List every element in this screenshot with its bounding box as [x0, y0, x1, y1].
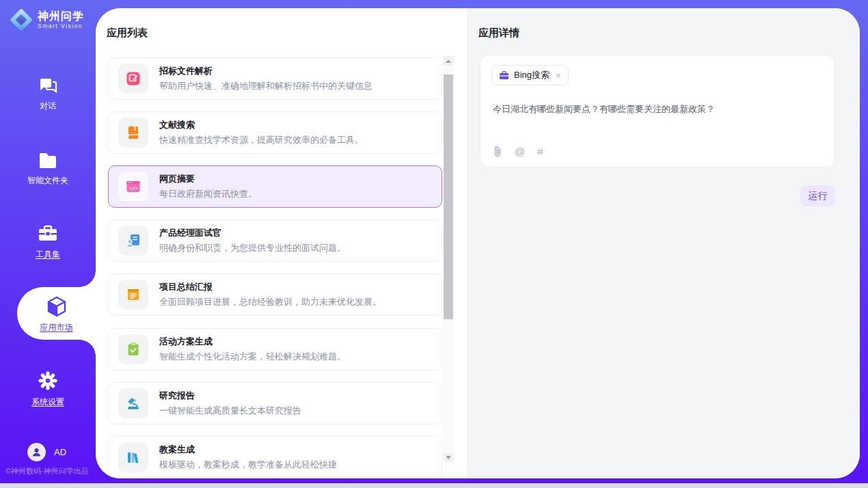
app-card-literature-search[interactable]: 文献搜索 快速精准查找学术资源，提高研究效率的必备工具。 — [108, 111, 442, 154]
tool-chip-bing-search[interactable]: Bing搜索 × — [491, 65, 569, 85]
app-card-desc: 帮助用户快速、准确地理解和解析招标书中的关键信息 — [159, 80, 372, 92]
folder-icon — [0, 152, 96, 170]
chat-icon — [0, 77, 96, 95]
paperclip-icon[interactable] — [493, 146, 502, 157]
app-card-title: 研究报告 — [159, 390, 301, 402]
svg-text:</>: </> — [129, 186, 138, 191]
scrollbar-up-arrow[interactable] — [443, 56, 454, 66]
app-card-lesson-plan[interactable]: 教案生成 模板驱动，教案秒成，教学准备从此轻松快捷 — [108, 436, 442, 478]
run-button[interactable]: 运行 — [800, 185, 835, 206]
attachment-toolbar: @ # — [493, 146, 543, 157]
main-content: 应用列表 招标文件解析 帮助用户快速、准确地理解和解析招标书中的关键信息 — [96, 8, 860, 478]
sidebar-item-label: 工具集 — [0, 249, 96, 260]
bottom-strip — [0, 483, 868, 488]
app-list-scrollbar[interactable] — [443, 56, 454, 462]
scrollbar-down-arrow[interactable] — [443, 452, 454, 462]
user-avatar-icon — [27, 443, 46, 461]
sidebar-item-label: 系统设置 — [0, 396, 96, 408]
app-card-research-report[interactable]: 研究报告 一键智能生成高质量长文本研究报告 — [108, 382, 442, 424]
active-bubble-join-bottom — [79, 340, 96, 356]
cube-icon — [17, 287, 96, 318]
sidebar: 神州问学 Smart Vision 对话 智能文件夹 — [0, 0, 96, 488]
app-card-desc: 明确身份和职责，为您提供专业性的面试问题。 — [159, 242, 346, 254]
user-account[interactable]: AD — [27, 443, 66, 461]
app-window: 神州问学 Smart Vision 对话 智能文件夹 — [0, 0, 868, 488]
sidebar-item-label: 对话 — [0, 100, 96, 112]
gear-icon — [0, 370, 96, 391]
app-card-title: 教案生成 — [159, 444, 337, 456]
app-card-title: 网页摘要 — [159, 173, 257, 185]
clipboard-check-icon — [118, 334, 148, 364]
sidebar-item-label: 智能文件夹 — [0, 175, 96, 187]
brand-diamond-icon — [10, 8, 33, 31]
app-list-panel: 应用列表 招标文件解析 帮助用户快速、准确地理解和解析招标书中的关键信息 — [96, 8, 467, 478]
query-input[interactable]: 今日湖北有哪些新闻要点？有哪些需要关注的最新政策？ — [493, 103, 821, 116]
toolbox-icon — [0, 224, 96, 243]
scrollbar-thumb[interactable] — [444, 74, 453, 319]
sidebar-item-smart-folder[interactable]: 智能文件夹 — [0, 152, 96, 187]
sidebar-item-chat[interactable]: 对话 — [0, 77, 96, 112]
briefcase-icon — [499, 71, 509, 80]
hash-icon[interactable]: # — [537, 146, 543, 157]
active-bubble-join-top — [79, 271, 96, 287]
app-list-title: 应用列表 — [107, 27, 148, 40]
sidebar-item-app-market[interactable]: 应用市场 — [17, 287, 96, 340]
person-doc-icon — [118, 226, 148, 256]
app-card-project-summary[interactable]: 项目总结汇报 全面回顾项目进展，总结经验教训，助力未来优化发展。 — [108, 273, 442, 316]
pen-square-icon — [118, 64, 148, 94]
user-name: AD — [54, 447, 66, 457]
app-card-title: 活动方案生成 — [159, 336, 346, 348]
browser-code-icon: </> — [118, 172, 148, 202]
brand-logo: 神州问学 Smart Vision — [10, 8, 84, 31]
copyright-footer: ©神州数码·神州问学出品 — [5, 466, 89, 476]
app-card-web-summary[interactable]: </> 网页摘要 每日政府新闻资讯快查。 — [108, 165, 442, 208]
microscope-icon — [118, 388, 148, 418]
brand-subtitle: Smart Vision — [38, 23, 84, 29]
app-detail-panel: 应用详情 Bing搜索 × 今日湖北有哪些新闻要点？有哪些需要关注的最新政策？ — [467, 8, 860, 478]
app-card-desc: 一键智能生成高质量长文本研究报告 — [159, 405, 301, 417]
close-icon[interactable]: × — [554, 70, 561, 81]
prompt-card: Bing搜索 × 今日湖北有哪些新闻要点？有哪些需要关注的最新政策？ @ # — [480, 55, 835, 167]
memo-icon — [118, 280, 148, 310]
app-card-title: 招标文件解析 — [159, 65, 372, 77]
app-card-title: 项目总结汇报 — [159, 281, 381, 293]
sidebar-item-label: 应用市场 — [17, 322, 96, 334]
app-card-desc: 每日政府新闻资讯快查。 — [159, 188, 257, 200]
app-card-event-plan[interactable]: 活动方案生成 智能生成个性化活动方案，轻松解决规划难题。 — [108, 328, 442, 370]
sidebar-item-settings[interactable]: 系统设置 — [0, 370, 96, 408]
app-card-desc: 模板驱动，教案秒成，教学准备从此轻松快捷 — [159, 459, 337, 471]
sidebar-item-toolkit[interactable]: 工具集 — [0, 224, 96, 260]
book-icon — [118, 118, 148, 148]
app-card-desc: 快速精准查找学术资源，提高研究效率的必备工具。 — [159, 134, 364, 146]
app-card-desc: 智能生成个性化活动方案，轻松解决规划难题。 — [159, 351, 346, 363]
mention-icon[interactable]: @ — [515, 146, 525, 157]
app-card-pm-interviewer[interactable]: 产品经理面试官 明确身份和职责，为您提供专业性的面试问题。 — [108, 219, 442, 262]
app-card-title: 文献搜索 — [159, 119, 364, 131]
app-card-desc: 全面回顾项目进展，总结经验教训，助力未来优化发展。 — [159, 296, 381, 308]
app-card-bid-document-parsing[interactable]: 招标文件解析 帮助用户快速、准确地理解和解析招标书中的关键信息 — [108, 57, 442, 100]
app-detail-title: 应用详情 — [478, 27, 519, 40]
app-card-title: 产品经理面试官 — [159, 227, 346, 239]
brand-name: 神州问学 — [38, 10, 84, 23]
books-icon — [118, 442, 148, 472]
tool-chip-label: Bing搜索 — [514, 69, 550, 81]
